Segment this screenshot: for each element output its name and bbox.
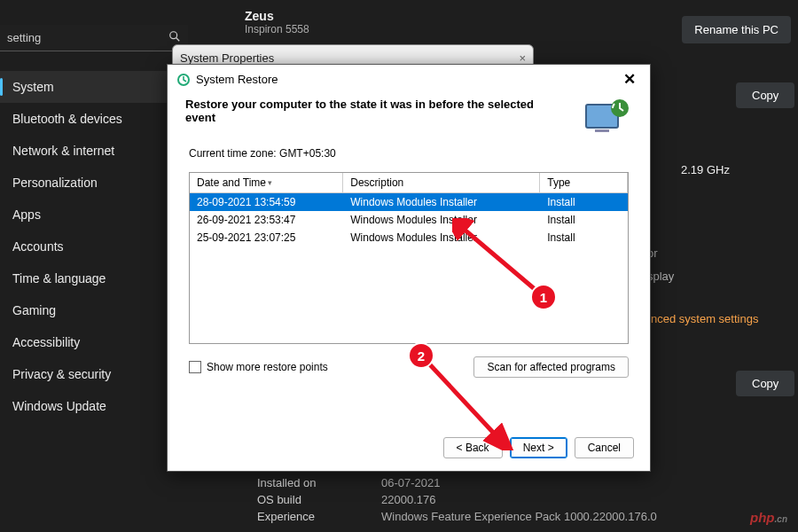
windows-spec: Installed on06-07-2021 OS build22000.176…: [257, 473, 657, 523]
system-properties-title: System Properties: [180, 51, 274, 65]
next-button[interactable]: Next >: [510, 437, 567, 458]
spec-value: 06-07-2021: [381, 476, 441, 489]
svg-line-1: [176, 38, 180, 42]
sidebar-item-accounts[interactable]: Accounts: [0, 231, 188, 262]
sidebar-item-time-language[interactable]: Time & language: [0, 262, 188, 294]
close-icon[interactable]: ×: [519, 51, 526, 65]
sidebar-item-privacy[interactable]: Privacy & security: [0, 358, 188, 390]
copy-button-1[interactable]: Copy: [736, 82, 794, 108]
sidebar: System Bluetooth & devices Network & int…: [0, 71, 188, 422]
spec-label: Experience: [257, 510, 355, 523]
fragment-splay: splay: [647, 270, 674, 283]
table-row[interactable]: 28-09-2021 13:54:59 Windows Modules Inst…: [190, 193, 628, 212]
dialog-title: System Restore: [196, 73, 278, 86]
sidebar-item-network[interactable]: Network & internet: [0, 135, 188, 167]
sidebar-item-bluetooth[interactable]: Bluetooth & devices: [0, 103, 188, 135]
spec-label: Installed on: [257, 476, 355, 489]
show-more-label: Show more restore points: [207, 361, 328, 373]
user-name: Zeus: [245, 9, 309, 23]
spec-value: Windows Feature Experience Pack 1000.220…: [381, 510, 657, 523]
watermark: php.cn: [750, 510, 787, 525]
restore-large-icon: [583, 98, 632, 138]
spec-label: OS build: [257, 493, 355, 506]
sidebar-item-personalization[interactable]: Personalization: [0, 167, 188, 199]
rename-pc-button[interactable]: Rename this PC: [682, 16, 791, 43]
spec-value: 22000.176: [381, 493, 435, 506]
col-description[interactable]: Description: [343, 173, 540, 193]
close-icon[interactable]: ✕: [618, 70, 641, 89]
table-row[interactable]: 25-09-2021 23:07:25 Windows Modules Inst…: [190, 229, 628, 246]
user-block: Zeus Inspiron 5558: [245, 9, 309, 35]
table-row[interactable]: 26-09-2021 23:53:47 Windows Modules Inst…: [190, 211, 628, 229]
restore-icon: [176, 73, 191, 87]
svg-rect-4: [595, 129, 609, 132]
restore-points-table[interactable]: Date and Time▾ Description Type 28-09-20…: [189, 172, 629, 344]
timezone-label: Current time zone: GMT+05:30: [168, 147, 650, 167]
svg-point-0: [170, 32, 177, 39]
sidebar-item-accessibility[interactable]: Accessibility: [0, 326, 188, 358]
search-input[interactable]: [7, 31, 168, 44]
search-icon: [168, 30, 181, 45]
sidebar-item-windows-update[interactable]: Windows Update: [0, 390, 188, 422]
device-model: Inspiron 5558: [245, 23, 309, 35]
sidebar-item-system[interactable]: System: [0, 71, 188, 103]
cancel-button[interactable]: Cancel: [575, 437, 634, 458]
col-date-time[interactable]: Date and Time▾: [190, 173, 343, 193]
search-box[interactable]: [0, 25, 188, 51]
back-button[interactable]: < Back: [443, 437, 503, 458]
copy-button-2[interactable]: Copy: [736, 371, 794, 396]
scan-affected-button[interactable]: Scan for affected programs: [473, 356, 629, 378]
advanced-system-settings-link[interactable]: nced system settings: [651, 312, 758, 325]
cpu-speed: 2.19 GHz: [681, 163, 730, 176]
sort-desc-icon: ▾: [266, 178, 272, 187]
dialog-header-text: Restore your computer to the state it wa…: [185, 98, 565, 124]
sidebar-item-apps[interactable]: Apps: [0, 199, 188, 231]
system-restore-dialog: System Restore ✕ Restore your computer t…: [167, 64, 651, 472]
col-type[interactable]: Type: [540, 173, 628, 193]
dialog-titlebar: System Restore ✕: [168, 65, 650, 94]
show-more-checkbox[interactable]: Show more restore points: [189, 361, 328, 373]
sidebar-item-gaming[interactable]: Gaming: [0, 294, 188, 326]
checkbox-icon: [189, 361, 201, 373]
